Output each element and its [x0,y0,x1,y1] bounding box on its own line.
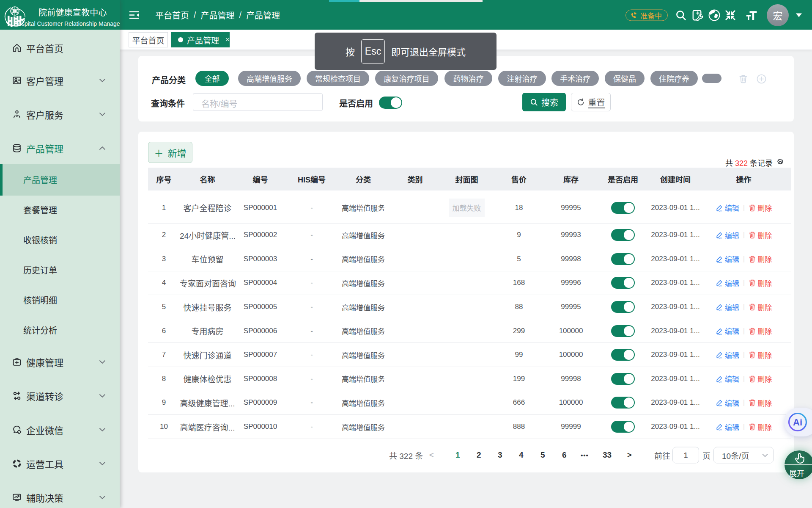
svg-text:Ai: Ai [793,417,802,428]
